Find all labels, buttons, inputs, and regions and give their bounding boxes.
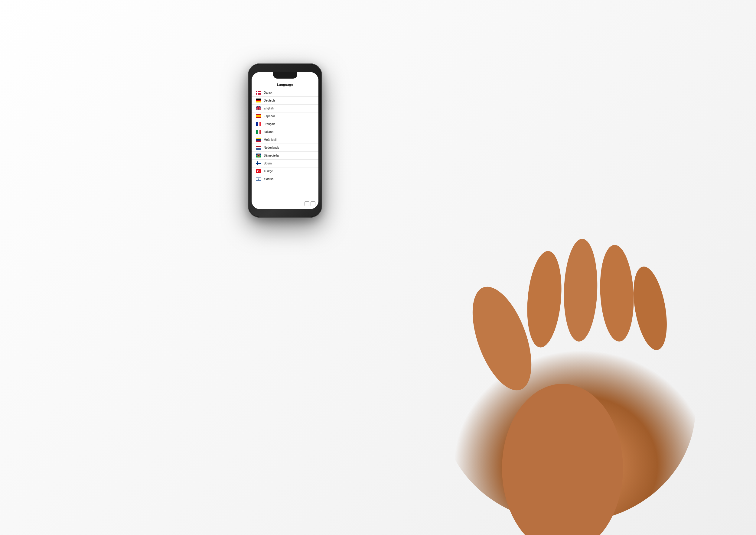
list-item[interactable]: Español	[251, 112, 318, 120]
language-name: Yiddish	[264, 178, 274, 181]
svg-rect-11	[256, 99, 261, 100]
language-name: Türkçe	[264, 170, 273, 173]
svg-rect-22	[256, 108, 261, 109]
flag-yi-icon	[256, 177, 261, 181]
flag-tr-icon	[256, 169, 261, 173]
svg-rect-43	[256, 163, 261, 164]
language-name: Italiano	[264, 130, 274, 134]
svg-rect-50	[256, 180, 261, 181]
list-item[interactable]: Italiano	[251, 128, 318, 136]
svg-rect-35	[256, 147, 261, 148]
language-list: Dansk Deutsch	[251, 89, 318, 183]
phone-screen: Language Dansk Deutsch	[251, 72, 318, 209]
list-item[interactable]: Dansk	[251, 89, 318, 97]
hand-illustration	[333, 112, 756, 535]
svg-rect-29	[258, 130, 259, 134]
flag-de-icon	[256, 99, 261, 102]
svg-rect-7	[529, 444, 599, 535]
language-name: Soumi	[264, 162, 272, 165]
list-item[interactable]: Soumi	[251, 159, 318, 167]
svg-rect-27	[259, 122, 261, 126]
flag-es-icon	[256, 114, 261, 118]
zoom-controls: − +	[305, 201, 315, 206]
zoom-plus-button[interactable]: +	[310, 201, 315, 206]
svg-rect-25	[256, 122, 258, 126]
svg-rect-13	[256, 101, 261, 102]
phone-notch	[273, 72, 297, 79]
svg-point-40	[258, 155, 259, 156]
list-item[interactable]: Yiddish	[251, 175, 318, 183]
svg-rect-24	[256, 115, 261, 117]
flag-sami-icon	[256, 154, 261, 157]
list-item[interactable]: Deutsch	[251, 97, 318, 104]
language-name: English	[264, 107, 274, 110]
list-item[interactable]: Nederlands	[251, 144, 318, 152]
screen-content: Language Dansk Deutsch	[251, 79, 318, 209]
svg-rect-30	[259, 130, 261, 134]
flag-gb-icon	[256, 106, 261, 110]
flag-dk-icon	[256, 91, 261, 95]
flag-fr-icon	[256, 122, 261, 126]
svg-rect-49	[256, 178, 261, 178]
svg-rect-33	[256, 141, 261, 142]
svg-rect-26	[258, 122, 259, 126]
language-name: Français	[264, 123, 275, 126]
language-name: Meänkieli	[264, 138, 276, 141]
list-item[interactable]: Türkçe	[251, 167, 318, 175]
flag-nl-icon	[256, 146, 261, 150]
zoom-minus-button[interactable]: −	[305, 201, 309, 206]
flag-col-icon	[256, 138, 261, 142]
flag-it-icon	[256, 130, 261, 134]
list-item[interactable]: Sámegiella	[251, 152, 318, 159]
svg-rect-36	[256, 148, 261, 150]
svg-rect-32	[256, 139, 261, 141]
language-name: Deutsch	[264, 99, 275, 102]
svg-rect-34	[256, 146, 261, 147]
language-name: Dansk	[264, 91, 272, 94]
flag-fi-icon	[256, 161, 261, 165]
language-name: Español	[264, 115, 275, 118]
svg-rect-12	[256, 100, 261, 101]
svg-rect-28	[256, 130, 258, 134]
svg-rect-31	[256, 138, 261, 139]
list-item[interactable]: Français	[251, 120, 318, 128]
language-name: Sámegiella	[264, 154, 278, 157]
screen-title: Language	[251, 79, 318, 89]
svg-rect-10	[256, 92, 261, 93]
list-item[interactable]: Meänkieli	[251, 136, 318, 144]
list-item[interactable]: English	[251, 104, 318, 112]
language-name: Nederlands	[264, 146, 279, 149]
svg-point-46	[258, 170, 259, 172]
